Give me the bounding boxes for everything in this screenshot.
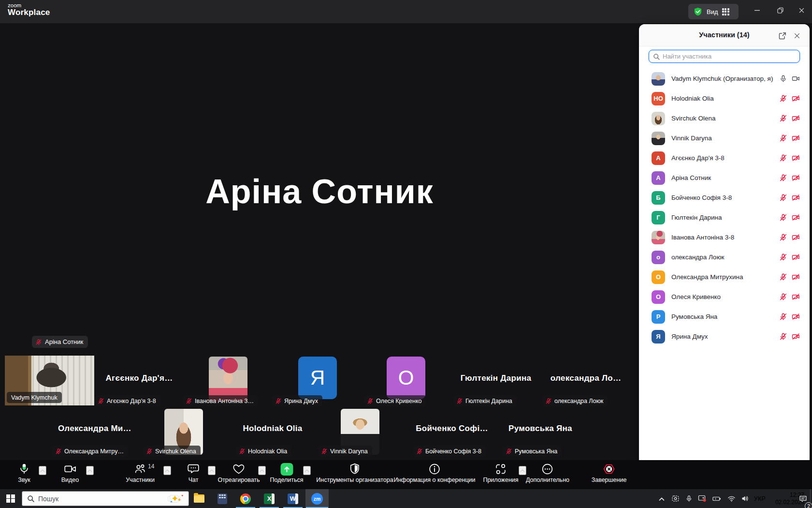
video-off-icon — [792, 253, 800, 261]
tray-mic-icon[interactable] — [682, 489, 695, 508]
name-tile-holodniak[interactable]: Holodniak Olia — [219, 424, 326, 433]
view-menu-button[interactable]: Вид — [688, 4, 739, 19]
name-tile-oleksandra-l[interactable]: олександра Ло… — [533, 374, 639, 383]
video-off-icon — [792, 154, 800, 162]
name-tile-ageenko[interactable]: Агєєнко Дар'я… — [86, 374, 192, 383]
participant-name: Олеся Кривенко — [671, 293, 779, 300]
tray-screen-share-icon[interactable] — [696, 489, 709, 508]
react-options-chevron[interactable] — [258, 466, 266, 475]
folder-icon — [194, 494, 204, 503]
participant-row[interactable]: Svirchuk Olena — [639, 108, 810, 128]
apps-options-chevron[interactable] — [519, 466, 526, 475]
calculator-icon — [218, 493, 227, 504]
participant-avatar: Г — [652, 211, 665, 224]
participant-name: олександра Лоюк — [671, 254, 779, 261]
active-speaker-name: Аріна Сотник — [0, 172, 639, 211]
chat-options-chevron[interactable] — [208, 466, 216, 475]
participant-row[interactable]: Б Бойченко Софія 3-8 — [639, 188, 810, 208]
active-speaker-badge: Аріна Сотник — [32, 336, 88, 348]
show-desktop-edge[interactable] — [810, 489, 812, 508]
video-off-icon — [792, 114, 800, 122]
avatar-tile-olesia[interactable]: О — [387, 357, 425, 399]
participant-name: Бойченко Софія 3-8 — [671, 194, 779, 201]
share-icon — [280, 463, 293, 476]
restore-button[interactable] — [769, 0, 791, 20]
video-off-icon — [792, 313, 800, 321]
name-tile-oleksandra-m[interactable]: Олександра Ми… — [42, 424, 148, 433]
participant-name: Holodniak Olia — [671, 95, 779, 102]
camera-icon — [64, 463, 77, 476]
participant-row[interactable]: А Агєєнко Дар'я 3-8 — [639, 148, 810, 168]
name-tile-rumovska[interactable]: Румовська Яна — [487, 424, 594, 433]
participant-row[interactable]: Я Ярина Дмух — [639, 327, 810, 346]
tray-meet-now-icon[interactable] — [669, 489, 682, 508]
participant-search-box[interactable] — [649, 50, 800, 63]
participant-row[interactable]: Г Гюлтекін Дарина — [639, 208, 810, 227]
audio-options-chevron[interactable] — [39, 466, 46, 475]
participant-name: Vinnik Daryna — [671, 134, 779, 142]
video-options-chevron[interactable] — [86, 466, 94, 475]
close-window-button[interactable] — [791, 0, 812, 20]
participant-row[interactable]: О Олександра Митрухина — [639, 267, 810, 287]
participant-row[interactable]: Іванова Антоніна 3-8 — [639, 227, 810, 247]
video-button[interactable]: Видео — [61, 460, 79, 489]
participant-name: Іванова Антоніна 3-8 — [671, 234, 779, 241]
excel-button[interactable]: X — [258, 489, 281, 508]
end-meeting-button[interactable]: Завершение — [592, 460, 627, 489]
taskbar-search-input[interactable] — [38, 495, 165, 503]
minimize-button[interactable] — [746, 0, 768, 20]
tray-volume-icon[interactable] — [739, 489, 751, 508]
muted-mic-icon — [779, 233, 787, 241]
participant-avatar: Б — [652, 191, 665, 205]
participants-header: Участники (14) — [639, 24, 810, 46]
tray-battery-icon[interactable] — [710, 489, 723, 508]
apps-icon — [494, 463, 507, 476]
apps-button[interactable]: Приложения — [483, 460, 518, 489]
share-options-chevron[interactable] — [303, 466, 311, 475]
share-screen-button[interactable]: Поделиться — [270, 460, 303, 489]
zoom-app-button[interactable]: zm — [305, 489, 329, 508]
participant-row[interactable]: Vadym Klymchuk (Организатор, я) — [639, 69, 810, 89]
video-off-icon — [792, 332, 800, 341]
participant-row[interactable]: о олександра Лоюк — [639, 247, 810, 267]
host-tools-button[interactable]: Инструменты организатора — [316, 460, 393, 489]
tray-expand-chevron[interactable] — [655, 489, 668, 508]
language-indicator[interactable]: УКР — [750, 489, 769, 508]
muted-mic-icon — [779, 313, 787, 321]
mic-on-icon — [779, 75, 787, 83]
calculator-button[interactable] — [211, 489, 234, 508]
participants-options-chevron[interactable] — [163, 466, 171, 475]
word-button[interactable]: W — [281, 489, 304, 508]
chat-button[interactable]: Чат — [187, 460, 200, 489]
tray-wifi-icon[interactable] — [725, 489, 738, 508]
start-button[interactable] — [0, 489, 21, 508]
audio-button[interactable]: Звук — [18, 460, 31, 489]
file-explorer-button[interactable] — [188, 489, 211, 508]
tile-name-label: Олеся Кривенко — [364, 395, 426, 406]
speaker-badge-label: Аріна Сотник — [45, 338, 83, 345]
search-icon — [27, 495, 34, 502]
avatar-tile-yaryna[interactable]: Я — [298, 357, 337, 399]
react-button[interactable]: Отреагировать — [218, 460, 260, 489]
participants-icon — [134, 463, 147, 476]
chrome-button[interactable] — [234, 489, 257, 508]
participant-row[interactable]: А Аріна Сотник — [639, 168, 810, 188]
participant-row[interactable]: Vinnik Daryna — [639, 128, 810, 148]
notification-center-button[interactable]: 2 — [797, 489, 809, 508]
participants-button[interactable]: Участники 14 — [126, 460, 155, 489]
tile-name-label: Агєєнко Дар'я 3-8 — [95, 395, 160, 406]
muted-mic-icon — [779, 332, 787, 341]
zoom-workplace-logo: zoom Workplace — [8, 2, 50, 17]
popout-panel-button[interactable] — [777, 30, 788, 42]
chrome-icon — [240, 493, 251, 504]
more-button[interactable]: Дополнительно — [526, 460, 569, 489]
participant-row[interactable]: О Олеся Кривенко — [639, 287, 810, 307]
search-input[interactable] — [663, 53, 796, 60]
participant-row[interactable]: НО Holodniak Olia — [639, 89, 810, 108]
meeting-info-button[interactable]: Информация о конференции — [393, 460, 475, 489]
task-view-button[interactable] — [162, 489, 186, 508]
close-panel-button[interactable] — [791, 30, 803, 42]
end-meeting-icon — [602, 463, 615, 476]
participant-name: Румовська Яна — [671, 313, 779, 320]
participant-row[interactable]: Р Румовська Яна — [639, 307, 810, 327]
